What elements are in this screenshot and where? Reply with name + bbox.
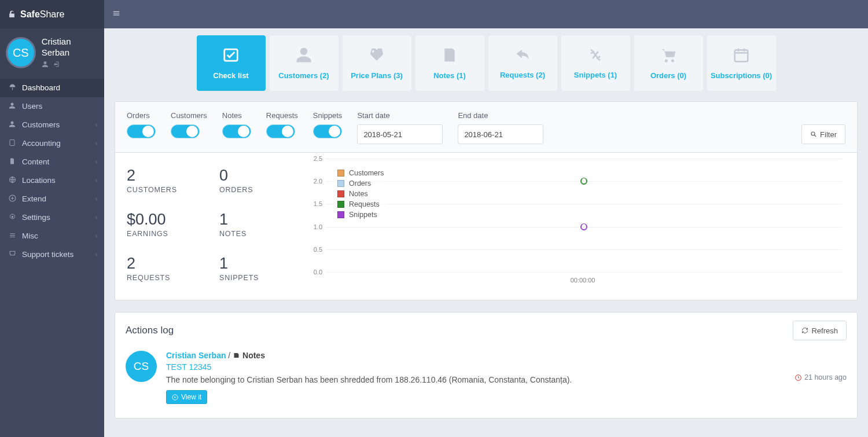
tab-snippets[interactable]: Snippets (1): [561, 35, 630, 91]
log-item: CS Cristian Serban / Notes TEST 12345 Th…: [115, 348, 857, 418]
tab-label: Snippets (1): [574, 71, 617, 79]
chevron-left-icon: ‹: [95, 177, 97, 183]
refresh-button[interactable]: Refresh: [793, 321, 847, 340]
filters-row: OrdersCustomersNotesRequestsSnippetsStar…: [115, 102, 857, 153]
dashboard-icon: [8, 83, 16, 93]
tab-icon: [441, 46, 458, 65]
stat-value: 1: [219, 211, 306, 229]
y-tick: 1.0: [314, 223, 322, 230]
svg-point-3: [11, 215, 13, 217]
calc-icon: [8, 139, 16, 148]
y-tick: 0.0: [314, 269, 322, 276]
stat-value: 1: [219, 255, 306, 273]
tab-icon: [586, 47, 605, 65]
toggle-orders[interactable]: [127, 124, 156, 138]
sidebar-item-support tickets[interactable]: Support tickets: [0, 245, 104, 264]
toggle-label: Requests: [266, 111, 298, 120]
chevron-left-icon: ‹: [95, 196, 97, 202]
sidebar-item-content[interactable]: Content: [0, 153, 104, 171]
sidebar-item-misc[interactable]: Misc: [0, 227, 104, 245]
clock-icon: [795, 374, 802, 381]
log-timestamp: 21 hours ago: [795, 351, 847, 404]
stat-label: REQUESTS: [127, 274, 214, 282]
actions-log-title: Actions log: [126, 325, 174, 336]
sidebar-item-label: Support tickets: [22, 250, 73, 259]
start-date-input[interactable]: [357, 124, 443, 144]
actions-log-panel: Actions log Refresh CS Cristian Serban /…: [115, 312, 858, 418]
stat-value: 0: [219, 167, 306, 185]
sidebar-item-customers[interactable]: Customers: [0, 116, 104, 134]
toggle-label: Snippets: [313, 111, 343, 120]
sidebar-item-dashboard[interactable]: Dashboard: [0, 79, 104, 97]
svg-point-7: [671, 60, 674, 63]
toggle-customers[interactable]: [171, 124, 200, 138]
sidebar-item-label: Users: [22, 102, 42, 111]
tab-label: Customers (2): [278, 71, 329, 80]
svg-point-6: [665, 60, 668, 63]
tab-customers[interactable]: Customers (2): [270, 35, 339, 91]
stat-earnings: $0.00EARNINGS: [127, 211, 214, 242]
tab-orders[interactable]: Orders (0): [634, 35, 703, 91]
filter-button[interactable]: Filter: [801, 124, 845, 144]
sidebar-item-locations[interactable]: Locations: [0, 171, 104, 190]
search-icon: [810, 131, 817, 138]
stats-grid: 2CUSTOMERS0ORDERS$0.00EARNINGS1NOTES2REQ…: [127, 159, 306, 286]
hamburger-icon[interactable]: [112, 9, 120, 20]
y-tick: 0.5: [314, 246, 322, 253]
svg-rect-0: [10, 139, 14, 145]
topbar: [104, 0, 868, 28]
toggle-label: Notes: [222, 111, 251, 120]
tab-label: Price Plans (3): [351, 71, 403, 80]
log-avatar: CS: [126, 351, 157, 382]
log-user-link[interactable]: Cristian Serban: [166, 351, 226, 360]
sidebar-item-settings[interactable]: Settings: [0, 208, 104, 227]
sidebar-item-users[interactable]: Users: [0, 97, 104, 116]
log-item-title[interactable]: TEST 12345: [166, 362, 785, 372]
toggle-requests[interactable]: [266, 124, 295, 138]
end-date-input[interactable]: [458, 124, 543, 144]
view-it-button[interactable]: View it: [166, 390, 207, 404]
y-tick: 1.5: [314, 200, 322, 207]
stat-notes: 1NOTES: [219, 211, 306, 242]
svg-point-5: [372, 50, 374, 53]
sidebar-item-accounting[interactable]: Accounting: [0, 134, 104, 153]
tab-subscriptions[interactable]: Subscriptions (0): [707, 35, 776, 91]
stat-label: SNIPPETS: [219, 274, 306, 282]
note-icon: [233, 352, 240, 359]
x-tick: 00:00:00: [571, 277, 595, 284]
stat-value: $0.00: [127, 211, 214, 229]
user-profile: CS Cristian Serban: [0, 28, 104, 79]
stat-value: 2: [127, 255, 214, 273]
sidebar-item-label: Content: [22, 157, 49, 166]
brand[interactable]: SafeShare: [0, 0, 104, 28]
lock-icon: [8, 10, 16, 19]
chevron-left-icon: ‹: [95, 214, 97, 221]
tab-requests[interactable]: Requests (2): [488, 35, 557, 91]
sidebar-item-label: Locations: [22, 176, 56, 185]
tab-icon: [295, 46, 312, 65]
sidebar-item-label: Misc: [22, 232, 38, 240]
stat-label: EARNINGS: [127, 230, 214, 238]
tab-icon: [513, 47, 532, 65]
tab-notes[interactable]: Notes (1): [415, 35, 484, 91]
toggle-label: Customers: [171, 111, 207, 120]
user-icon[interactable]: [42, 61, 49, 69]
avatar[interactable]: CS: [6, 37, 36, 68]
tab-icon: [732, 46, 751, 65]
ticket-icon: [8, 250, 16, 259]
sidebar-item-extend[interactable]: Extend: [0, 190, 104, 208]
chevron-left-icon: ‹: [95, 140, 97, 146]
chevron-left-icon: ‹: [95, 159, 97, 165]
sidebar-item-label: Extend: [22, 194, 46, 203]
y-tick: 2.0: [314, 178, 322, 185]
log-headline: Cristian Serban / Notes: [166, 351, 785, 360]
tab-check[interactable]: Check list: [197, 35, 266, 91]
tab-price[interactable]: Price Plans (3): [343, 35, 411, 91]
stat-label: CUSTOMERS: [127, 186, 214, 194]
logout-icon[interactable]: [52, 61, 60, 69]
svg-rect-8: [735, 50, 748, 61]
log-item-desc: The note belonging to Cristian Serban ha…: [166, 375, 785, 384]
toggle-snippets[interactable]: [313, 124, 342, 138]
toggle-notes[interactable]: [222, 124, 251, 138]
chart-point: [580, 178, 587, 185]
